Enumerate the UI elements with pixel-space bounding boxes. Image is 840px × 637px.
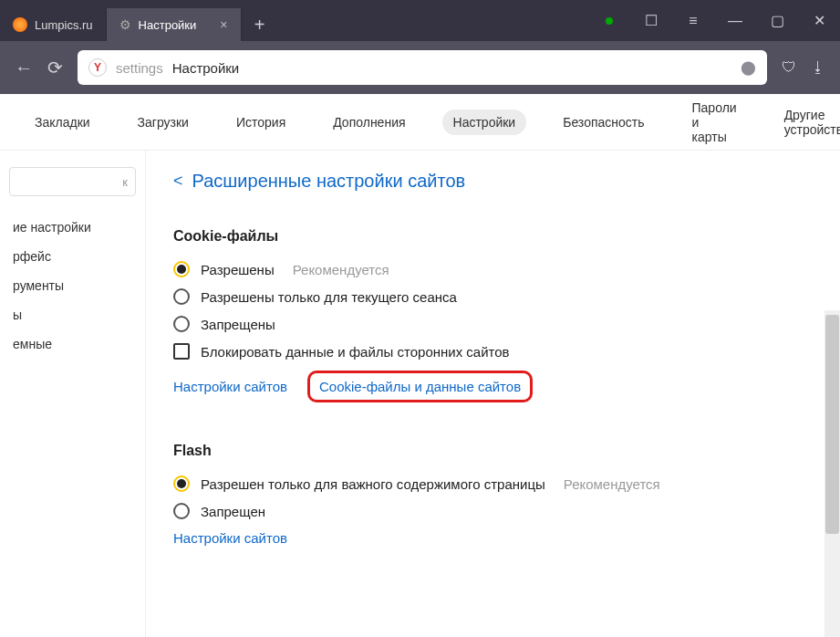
sidebar-item[interactable]: рфейс: [0, 242, 145, 271]
link-cookie-data[interactable]: Cookie-файлы и данные сайтов: [307, 371, 533, 402]
downloads-icon[interactable]: ⭳: [811, 59, 825, 76]
reload-button[interactable]: ⟳: [47, 57, 63, 78]
tab-label: Настройки: [139, 18, 197, 32]
settings-nav: Закладки Загрузки История Дополнения Нас…: [0, 94, 840, 151]
status-dot-icon: [606, 17, 613, 25]
option-label: Запрещены: [201, 317, 275, 332]
option-label: Разрешен только для важного содержимого …: [201, 476, 545, 492]
radio-icon: [173, 503, 190, 519]
nav-addons[interactable]: Дополнения: [322, 110, 416, 135]
nav-history[interactable]: История: [225, 110, 296, 135]
browser-toolbar: ← ⟳ Y settings Настройки ⬤ 🛡 ⭳: [0, 41, 840, 94]
checkbox-icon: [173, 343, 190, 360]
section-flash: Flash Разрешен только для важного содерж…: [173, 443, 813, 546]
section-cookies: Cookie-файлы Разрешены Рекомендуется Раз…: [173, 228, 813, 402]
bookmark-icon[interactable]: ⬤: [741, 59, 756, 76]
window-minimize-button[interactable]: —: [714, 0, 756, 41]
tab-settings[interactable]: ⚙ Настройки ×: [107, 8, 242, 41]
radio-icon: [173, 288, 190, 305]
radio-icon: [173, 261, 190, 277]
nav-security[interactable]: Безопасность: [552, 110, 655, 135]
tab-lumpics[interactable]: Lumpics.ru: [0, 8, 107, 41]
section-title: Cookie-файлы: [173, 228, 813, 245]
sidebar-item[interactable]: ие настройки: [0, 213, 145, 242]
link-site-settings[interactable]: Настройки сайтов: [173, 379, 287, 394]
sidebar-item[interactable]: рументы: [0, 271, 145, 300]
option-cookies-session[interactable]: Разрешены только для текущего сеанса: [173, 288, 813, 305]
breadcrumb-back[interactable]: < Расширенные настройки сайтов: [173, 171, 813, 192]
option-label: Разрешены: [201, 262, 275, 277]
sidebar-item[interactable]: ы: [0, 300, 145, 329]
close-tab-icon[interactable]: ×: [220, 17, 227, 32]
main-menu-icon[interactable]: ≡: [672, 0, 714, 41]
link-site-settings[interactable]: Настройки сайтов: [173, 530, 287, 546]
nav-devices[interactable]: Другие устройства: [773, 102, 840, 142]
option-hint: Рекомендуется: [564, 476, 660, 492]
option-label: Блокировать данные и файлы сторонних сай…: [201, 344, 510, 360]
settings-search-input[interactable]: к: [9, 167, 136, 196]
address-segment-title: Настройки: [172, 60, 240, 76]
yandex-icon: Y: [88, 58, 107, 77]
section-title: Flash: [173, 443, 813, 459]
bookmark-menu-icon[interactable]: ☐: [630, 0, 672, 41]
tab-label: Lumpics.ru: [35, 18, 93, 32]
option-flash-blocked[interactable]: Запрещен: [173, 503, 813, 519]
radio-icon: [173, 475, 190, 492]
option-label: Запрещен: [201, 504, 265, 519]
settings-content: < Расширенные настройки сайтов Cookie-фа…: [146, 151, 840, 637]
nav-downloads[interactable]: Загрузки: [127, 110, 200, 135]
option-block-thirdparty[interactable]: Блокировать данные и файлы сторонних сай…: [173, 343, 813, 360]
new-tab-button[interactable]: +: [242, 8, 278, 41]
extension-indicator[interactable]: [588, 0, 630, 41]
breadcrumb-title: Расширенные настройки сайтов: [192, 171, 466, 192]
gear-icon: ⚙: [119, 18, 131, 31]
window-close-button[interactable]: ✕: [798, 0, 840, 41]
chevron-left-icon: <: [173, 172, 183, 191]
option-hint: Рекомендуется: [293, 262, 389, 277]
nav-bookmarks[interactable]: Закладки: [24, 110, 101, 135]
option-label: Разрешены только для текущего сеанса: [201, 289, 457, 305]
address-segment-scheme: settings: [116, 60, 163, 76]
favicon-lumpics: [13, 17, 27, 32]
option-flash-important[interactable]: Разрешен только для важного содержимого …: [173, 475, 813, 492]
nav-passwords[interactable]: Пароли и карты: [681, 95, 748, 150]
adblock-extension-icon[interactable]: 🛡: [782, 59, 796, 76]
window-titlebar: Lumpics.ru ⚙ Настройки × + ☐ ≡ — ▢ ✕: [0, 0, 840, 41]
sidebar-item[interactable]: емные: [0, 329, 145, 359]
option-cookies-allowed[interactable]: Разрешены Рекомендуется: [173, 261, 813, 277]
settings-page: Закладки Загрузки История Дополнения Нас…: [0, 94, 840, 637]
scrollbar-thumb[interactable]: [825, 315, 839, 534]
search-input-value: к: [122, 175, 128, 189]
nav-settings[interactable]: Настройки: [442, 110, 527, 135]
option-cookies-blocked[interactable]: Запрещены: [173, 316, 813, 332]
back-button[interactable]: ←: [15, 57, 33, 78]
address-bar[interactable]: Y settings Настройки ⬤: [78, 50, 767, 85]
radio-icon: [173, 316, 190, 332]
window-maximize-button[interactable]: ▢: [756, 0, 798, 41]
settings-sidebar: к ие настройки рфейс рументы ы емные: [0, 151, 146, 637]
